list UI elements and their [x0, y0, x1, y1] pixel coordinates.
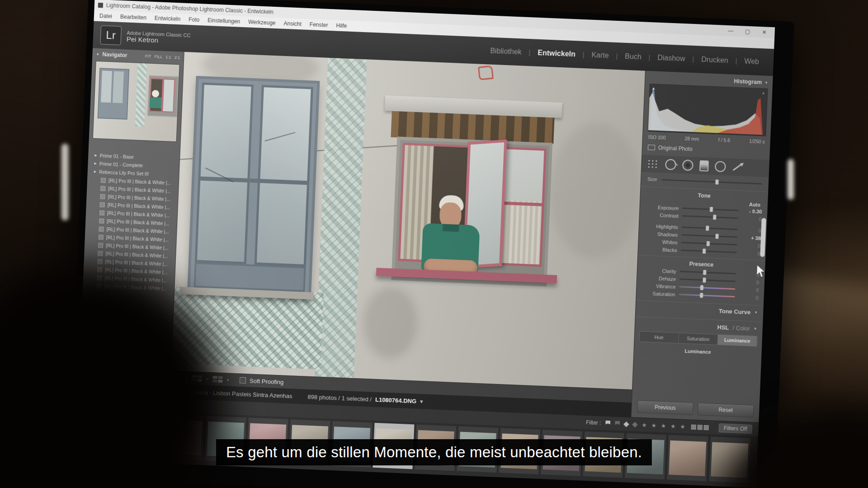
hsl-collapse-icon[interactable]: ▼ — [754, 327, 757, 331]
navigator-zoom-21[interactable]: 2:1 — [175, 55, 180, 60]
slider-thumb[interactable] — [716, 234, 719, 239]
slider-track-highlights[interactable] — [682, 226, 738, 230]
shadow-clipping-icon[interactable]: ▲ — [651, 86, 656, 90]
spot-removal-icon[interactable] — [665, 159, 676, 170]
hsl-tab-hue[interactable]: Hue — [639, 332, 679, 343]
slider-thumb[interactable] — [700, 285, 703, 290]
highlight-clipping-icon[interactable]: ▲ — [761, 90, 765, 95]
flag-reject-icon[interactable] — [615, 421, 620, 427]
preset-expand-icon: ▶ — [94, 154, 97, 157]
flag-pick-icon[interactable] — [605, 421, 610, 426]
video-subtitle: Es geht um die stillen Momente, die meis… — [216, 439, 652, 465]
photo-left-window — [187, 76, 320, 299]
menu-item-werkzeuge[interactable]: Werkzeuge — [248, 19, 276, 26]
navigator-zoom-11[interactable]: 1:1 — [165, 55, 171, 60]
previous-button[interactable]: Previous — [637, 400, 693, 415]
slider-thumb[interactable] — [703, 270, 706, 275]
diamond-filter-icon[interactable] — [623, 421, 629, 427]
menu-item-einstellungen[interactable]: Einstellungen — [208, 17, 241, 25]
red-eye-icon[interactable] — [682, 160, 693, 171]
module-bibliothek[interactable]: Bibliothek — [483, 47, 529, 56]
soft-proofing-checkbox[interactable] — [240, 377, 246, 384]
hsl-tab-saturation[interactable]: Saturation — [679, 333, 718, 345]
preset-chip-icon — [99, 210, 104, 215]
slider-track-vibrance[interactable] — [679, 286, 735, 290]
hsl-tab-luminance[interactable]: Luminance — [718, 335, 758, 347]
exif-token: f / 5.6 — [718, 137, 731, 143]
histogram-title: Histogram — [734, 78, 762, 86]
slider-value: + 38 — [741, 235, 761, 241]
navigator-zoom-levels: FITFILL1:12:1 — [145, 54, 180, 60]
color-label-filters[interactable] — [691, 424, 709, 430]
navigator-zoom-fill[interactable]: FILL — [154, 54, 162, 59]
slider-thumb[interactable] — [703, 277, 706, 282]
close-button[interactable]: ✕ — [762, 29, 767, 35]
reset-button[interactable]: Reset — [698, 403, 754, 418]
collapse-triangle-icon: ▼ — [96, 52, 99, 56]
module-web[interactable]: Web — [737, 57, 766, 66]
preset-chip-icon — [101, 178, 106, 183]
slider-value: 0 — [738, 294, 758, 300]
module-buch[interactable]: Buch — [618, 52, 649, 61]
tone-curve-header[interactable]: Tone Curve ▼ — [636, 300, 764, 318]
slider-track-whites[interactable] — [681, 242, 737, 245]
histogram-graph[interactable]: ▲ ▲ — [647, 84, 768, 136]
slider-label: Clarity — [643, 267, 676, 274]
module-karte[interactable]: Karte — [584, 51, 616, 60]
preset-chip-icon — [98, 251, 103, 256]
slider-track-exposure[interactable] — [682, 207, 738, 211]
dropdown-arrow-icon-2[interactable]: ▾ — [227, 378, 229, 382]
slider-thumb[interactable] — [713, 215, 716, 220]
loupe-photo[interactable] — [171, 52, 645, 389]
slider-track-shadows[interactable] — [681, 234, 737, 238]
menu-item-foto[interactable]: Foto — [189, 16, 200, 23]
bezel-reflection-right — [788, 159, 794, 200]
slider-thumb[interactable] — [710, 207, 713, 212]
menu-item-datei[interactable]: Datei — [99, 13, 113, 19]
selection-count: 898 photos / 1 selected / — [307, 393, 372, 403]
filter-label: Filter : — [586, 419, 601, 426]
slider-track-saturation[interactable] — [679, 294, 735, 297]
size-slider[interactable] — [661, 179, 762, 184]
menu-item-bearbeiten[interactable]: Bearbeiten — [120, 14, 147, 21]
preset-expand-icon: ▶ — [94, 170, 97, 174]
photo-red-graffiti — [478, 66, 494, 80]
selected-filename[interactable]: L1080764.DNG — [375, 396, 417, 404]
navigator-zoom-fit[interactable]: FIT — [145, 54, 151, 59]
grid-overlay-icon[interactable] — [647, 159, 659, 169]
slider-thumb[interactable] — [700, 293, 703, 298]
module-entwickeln[interactable]: Entwickeln — [530, 48, 583, 59]
histogram-collapse-icon[interactable]: ▼ — [764, 80, 768, 84]
navigator-preview[interactable] — [93, 61, 180, 142]
filmstrip-thumbnail[interactable] — [667, 435, 708, 481]
module-diashow[interactable]: Diashow — [650, 53, 693, 63]
slider-track-contrast[interactable] — [682, 215, 738, 219]
slider-thumb[interactable] — [706, 225, 709, 230]
preset-chip-icon — [100, 186, 105, 191]
diamond-filter-dark-icon[interactable] — [632, 422, 638, 427]
mouse-cursor — [755, 264, 766, 278]
radial-filter-icon[interactable] — [715, 161, 726, 172]
slider-thumb[interactable] — [706, 241, 709, 246]
menu-item-hilfe[interactable]: Hilfe — [336, 23, 347, 29]
soft-proofing-control[interactable]: Soft Proofing — [240, 377, 284, 385]
menu-item-ansicht[interactable]: Ansicht — [283, 20, 302, 28]
navigator-label: Navigator — [102, 51, 127, 58]
slider-thumb[interactable] — [703, 249, 706, 253]
menu-item-fenster[interactable]: Fenster — [310, 21, 328, 28]
slider-value: 0 — [741, 227, 761, 233]
module-drucken[interactable]: Drucken — [694, 55, 736, 65]
auto-button[interactable]: Auto — [749, 202, 761, 207]
adjustment-brush-icon[interactable] — [733, 164, 742, 171]
filters-off-dropdown[interactable]: Filters Off — [718, 423, 752, 434]
graduated-filter-icon[interactable] — [699, 160, 709, 172]
slider-track-blacks[interactable] — [681, 249, 737, 253]
star-rating-filter[interactable]: ★ ★ ★ ★ ★ — [642, 421, 687, 430]
menu-item-entwickeln[interactable]: Entwickeln — [155, 15, 181, 22]
slider-track-clarity[interactable] — [680, 271, 736, 274]
slider-track-dehaze[interactable] — [679, 278, 736, 282]
maximize-button[interactable]: ▢ — [745, 28, 750, 35]
filename-caret-icon[interactable]: ▾ — [420, 398, 423, 404]
minimize-button[interactable]: — — [728, 28, 734, 34]
tone-curve-collapse-icon[interactable]: ▼ — [754, 310, 758, 314]
